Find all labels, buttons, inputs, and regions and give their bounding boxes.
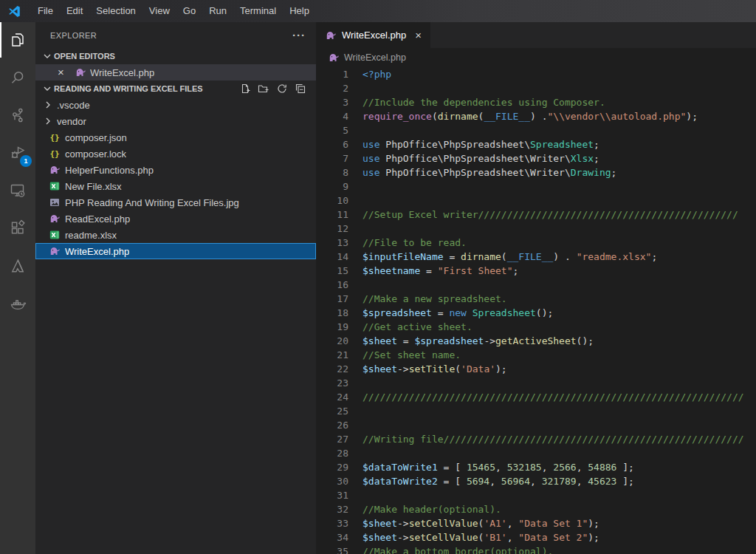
code-line[interactable] bbox=[362, 123, 744, 137]
line-number: 24 bbox=[316, 390, 348, 404]
code-area: 1234567891011121314151617181920212223242… bbox=[316, 67, 756, 554]
code-line[interactable]: //Setup Excel writer////////////////////… bbox=[362, 208, 744, 222]
code-line[interactable]: //Get active sheet. bbox=[362, 320, 744, 334]
file-label: composer.lock bbox=[65, 148, 126, 160]
code-line[interactable] bbox=[362, 418, 744, 432]
collapse-all-icon[interactable] bbox=[295, 83, 306, 95]
file-label: New File.xlsx bbox=[65, 181, 122, 192]
activity-explorer[interactable] bbox=[0, 22, 35, 58]
file-label: vendor bbox=[57, 116, 86, 127]
code-line[interactable]: use PhpOffice\PhpSpreadsheet\Writer\Xlsx… bbox=[362, 151, 744, 165]
close-icon[interactable]: × bbox=[415, 30, 422, 41]
tree-item-composer-json[interactable]: {}composer.json bbox=[35, 129, 316, 146]
tree-item-writeexcel-php[interactable]: WriteExcel.php bbox=[35, 243, 316, 259]
vscode-logo bbox=[7, 4, 21, 18]
chevron-right-icon bbox=[41, 115, 55, 127]
code-line[interactable] bbox=[362, 488, 744, 502]
code-line[interactable]: $dataToWrite1 = [ 15465, 532185, 2566, 5… bbox=[362, 460, 744, 474]
more-actions-icon[interactable]: ··· bbox=[292, 29, 306, 41]
code-line[interactable]: $sheet->setTitle('Data'); bbox=[362, 362, 744, 376]
close-icon[interactable]: × bbox=[58, 67, 68, 78]
breadcrumb-label: WriteExcel.php bbox=[344, 52, 406, 63]
tree-item-readexcel-php[interactable]: ReadExcel.php bbox=[35, 211, 316, 227]
open-editor-label: WriteExcel.php bbox=[90, 67, 154, 78]
code-line[interactable]: $sheet->setCellValue('A1', "Data Set 1")… bbox=[362, 516, 744, 530]
activity-search[interactable] bbox=[0, 60, 35, 95]
code-line[interactable]: $inputFileName = dirname(__FILE__) . "re… bbox=[362, 250, 744, 264]
menu-item-run[interactable]: Run bbox=[202, 0, 233, 22]
menu-item-help[interactable]: Help bbox=[283, 0, 316, 22]
code-line[interactable]: //Make header(optional). bbox=[362, 502, 744, 516]
new-folder-icon[interactable] bbox=[258, 83, 269, 95]
activity-run-and-debug[interactable]: 1 bbox=[0, 135, 35, 171]
line-number: 19 bbox=[316, 320, 348, 334]
menu-item-view[interactable]: View bbox=[142, 0, 176, 22]
code-line[interactable]: <?php bbox=[362, 67, 744, 81]
new-file-icon[interactable] bbox=[239, 83, 251, 95]
tab-label: WriteExcel.php bbox=[342, 30, 406, 41]
line-number: 3 bbox=[316, 95, 348, 109]
tree-item-readme-xlsx[interactable]: readme.xlsx bbox=[35, 227, 316, 243]
activity-docker[interactable] bbox=[0, 286, 35, 321]
activity-source-control[interactable] bbox=[0, 98, 35, 133]
line-number: 10 bbox=[316, 194, 348, 208]
breadcrumb[interactable]: WriteExcel.php bbox=[316, 48, 756, 67]
code-line[interactable] bbox=[362, 222, 744, 236]
code-line[interactable]: //Make a bottom border(optional). bbox=[362, 544, 744, 554]
code-line[interactable]: $dataToWrite2 = [ 5694, 56964, 321789, 4… bbox=[362, 474, 744, 488]
tree-item-helperfunctions-php[interactable]: HelperFunctions.php bbox=[35, 162, 316, 178]
tree-item-php-reading-and-writing-excel-files-jpg[interactable]: PHP Reading And Writing Excel Files.jpg bbox=[35, 194, 316, 211]
tab-writeexcel[interactable]: WriteExcel.php × bbox=[316, 22, 430, 48]
code-line[interactable] bbox=[362, 81, 744, 95]
code-line[interactable] bbox=[362, 194, 744, 208]
menu-item-terminal[interactable]: Terminal bbox=[233, 0, 283, 22]
code-line[interactable]: //Set sheet name. bbox=[362, 348, 744, 362]
tree-item-composer-lock[interactable]: {}composer.lock bbox=[35, 146, 316, 162]
code-line[interactable]: $spreadsheet = new Spreadsheet(); bbox=[362, 306, 744, 320]
code-line[interactable]: $sheet = $spreadsheet->getActiveSheet(); bbox=[362, 334, 744, 348]
php-icon bbox=[49, 213, 61, 225]
tree-item-new-file-xlsx[interactable]: New File.xlsx bbox=[35, 178, 316, 194]
menu-item-go[interactable]: Go bbox=[176, 0, 202, 22]
line-number: 6 bbox=[316, 137, 348, 151]
code-line[interactable] bbox=[362, 278, 744, 292]
file-label: composer.json bbox=[65, 132, 127, 143]
code-line[interactable]: //Writing file//////////////////////////… bbox=[362, 432, 744, 446]
code-line[interactable] bbox=[362, 376, 744, 390]
code-line[interactable] bbox=[362, 179, 744, 194]
php-icon bbox=[49, 164, 61, 176]
code-line[interactable]: //Include the dependencies using Compose… bbox=[362, 95, 744, 109]
source-control-icon bbox=[9, 106, 27, 124]
tree-item-vendor[interactable]: vendor bbox=[35, 113, 316, 129]
line-number: 17 bbox=[316, 292, 348, 306]
code-line[interactable]: $sheetname = "First Sheet"; bbox=[362, 264, 744, 278]
open-editors-label: OPEN EDITORS bbox=[54, 52, 115, 61]
menu-item-file[interactable]: File bbox=[31, 0, 60, 22]
code-line[interactable]: use PhpOffice\PhpSpreadsheet\Writer\Draw… bbox=[362, 165, 744, 179]
activity-remote-explorer[interactable] bbox=[0, 173, 35, 208]
json-icon: {} bbox=[49, 148, 61, 160]
activity-bar: 1 bbox=[0, 22, 35, 554]
code-line[interactable]: use PhpOffice\PhpSpreadsheet\Spreadsheet… bbox=[362, 137, 744, 151]
activity-azure[interactable] bbox=[0, 248, 35, 284]
open-editor-writeexcel[interactable]: × WriteExcel.php bbox=[35, 64, 316, 81]
menu-item-edit[interactable]: Edit bbox=[60, 0, 89, 22]
azure-icon bbox=[9, 257, 27, 275]
code-line[interactable]: ////////////////////////////////////////… bbox=[362, 390, 744, 404]
workspace-header[interactable]: READING AND WRITING EXCEL FILES bbox=[35, 81, 316, 97]
open-editors-header[interactable]: OPEN EDITORS bbox=[35, 48, 316, 64]
line-number: 4 bbox=[316, 109, 348, 123]
line-number: 9 bbox=[316, 179, 348, 194]
file-label: PHP Reading And Writing Excel Files.jpg bbox=[65, 197, 239, 208]
code-line[interactable]: //Make a new spreadsheet. bbox=[362, 292, 744, 306]
code-line[interactable]: //File to be read. bbox=[362, 236, 744, 250]
refresh-icon[interactable] bbox=[276, 83, 288, 95]
code-line[interactable]: require_once(dirname(__FILE__) ."\\vendo… bbox=[362, 109, 744, 123]
code-line[interactable] bbox=[362, 404, 744, 418]
activity-extensions[interactable] bbox=[0, 211, 35, 246]
code-line[interactable] bbox=[362, 446, 744, 460]
menu-item-selection[interactable]: Selection bbox=[89, 0, 142, 22]
code-line[interactable]: $sheet->setCellValue('B1', "Data Set 2")… bbox=[362, 530, 744, 544]
file-label: ReadExcel.php bbox=[65, 213, 130, 225]
tree-item-vscode[interactable]: .vscode bbox=[35, 97, 316, 113]
